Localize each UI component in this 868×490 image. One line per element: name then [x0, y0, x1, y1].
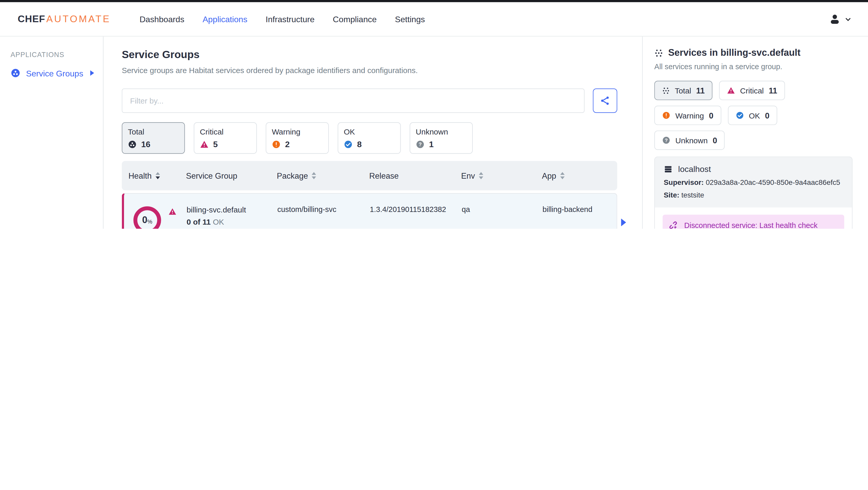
services-grid-icon	[662, 87, 670, 94]
pill-total[interactable]: Total11	[654, 81, 712, 100]
sort-icon[interactable]	[156, 172, 160, 179]
column-header-env[interactable]: Env	[461, 171, 542, 180]
warning-count: 2	[285, 139, 290, 149]
supervisor-id: 029a3a8a-20ac-4590-850e-9a4aac86efc5	[706, 178, 840, 186]
service-groups-table: Health Service Group Package Release Env…	[122, 161, 617, 229]
service-group-cell: billing-svc.default 0 of 11 OK 11	[187, 194, 277, 229]
expand-arrow-icon[interactable]	[90, 70, 94, 76]
site-name: testsite	[681, 191, 704, 199]
column-header-service-group[interactable]: Service Group	[186, 171, 277, 180]
user-menu[interactable]	[829, 13, 851, 25]
total-count: 16	[141, 139, 150, 149]
warning-icon	[662, 111, 671, 120]
filter-input[interactable]	[122, 89, 584, 113]
ok-icon	[344, 140, 352, 149]
unknown-icon: ?	[416, 140, 425, 149]
status-card-ok[interactable]: OK 8	[338, 122, 401, 154]
health-cell: 0%	[129, 194, 187, 229]
svg-text:?: ?	[665, 138, 668, 143]
critical-icon	[168, 207, 177, 216]
svg-text:?: ?	[418, 141, 422, 147]
primary-nav: Dashboards Applications Infrastructure C…	[140, 14, 425, 24]
nav-compliance[interactable]: Compliance	[333, 14, 377, 24]
app-cell: billing-backend	[542, 194, 617, 229]
ok-icon	[736, 111, 744, 120]
selected-row-arrow-icon[interactable]	[621, 219, 626, 226]
unknown-count: 1	[429, 139, 434, 149]
share-button[interactable]	[593, 89, 617, 113]
server-icon	[664, 165, 673, 173]
share-icon	[599, 95, 611, 106]
service-card: localhost Supervisor: 029a3a8a-20ac-4590…	[654, 157, 852, 229]
page-subtitle: Service groups are Habitat services orde…	[122, 66, 617, 75]
user-avatar-icon	[829, 13, 841, 25]
env-cell: qa	[462, 194, 542, 229]
pill-critical[interactable]: Critical11	[719, 81, 785, 100]
nav-settings[interactable]: Settings	[395, 14, 425, 24]
sidebar-item-label: Service Groups	[26, 68, 84, 78]
unknown-icon: ?	[662, 136, 671, 144]
ok-count: 8	[357, 139, 362, 149]
sort-icon[interactable]	[312, 172, 316, 179]
column-header-package[interactable]: Package	[277, 171, 369, 180]
window-top-strip	[0, 0, 868, 2]
sidebar-section-heading: APPLICATIONS	[10, 51, 103, 59]
broken-link-icon	[669, 221, 679, 229]
page-layout: APPLICATIONS Service Groups Service Grou…	[0, 36, 868, 229]
pill-warning[interactable]: Warning0	[654, 106, 721, 125]
supervisor-row: Supervisor: 029a3a8a-20ac-4590-850e-9a4a…	[664, 178, 843, 186]
host-name: localhost	[678, 164, 711, 173]
total-services-icon	[128, 140, 137, 149]
detail-subtitle: All services running in a service group.	[654, 63, 852, 71]
host-row[interactable]: localhost	[664, 164, 843, 173]
service-card-body: Disconnected service: Last health check …	[655, 207, 852, 229]
service-card-header: localhost Supervisor: 029a3a8a-20ac-4590…	[655, 157, 852, 207]
sort-icon[interactable]	[479, 172, 483, 179]
table-header: Health Service Group Package Release Env…	[122, 161, 617, 191]
chef-automate-logo[interactable]: CHEFAUTOMATE	[18, 13, 111, 25]
service-group-name: billing-svc.default	[187, 204, 272, 215]
critical-icon	[200, 140, 209, 149]
disconnected-alert: Disconnected service: Last health check …	[663, 215, 844, 229]
column-header-health[interactable]: Health	[128, 171, 186, 180]
column-header-app[interactable]: App	[542, 171, 617, 180]
nav-dashboards[interactable]: Dashboards	[140, 14, 184, 24]
filter-row	[122, 89, 617, 113]
sort-icon[interactable]	[560, 172, 564, 179]
detail-title: Services in billing-svc.default	[654, 47, 852, 59]
nav-applications[interactable]: Applications	[203, 14, 247, 24]
detail-status-filters: Total11 Critical11 Warning0 OK0 ?Unknown…	[654, 81, 852, 150]
ok-ratio: 0 of 11	[187, 218, 211, 226]
column-header-release[interactable]: Release	[369, 171, 461, 180]
top-navigation: CHEFAUTOMATE Dashboards Applications Inf…	[0, 2, 868, 37]
sidebar: APPLICATIONS Service Groups	[0, 36, 103, 229]
status-filter-cards: Total 16 Critical 5 Warning 2 OK 8 Unkno…	[122, 122, 617, 154]
health-donut: 0%	[133, 206, 161, 229]
nav-infrastructure[interactable]: Infrastructure	[266, 14, 314, 24]
chevron-down-icon	[845, 16, 851, 23]
page-title: Service Groups	[122, 49, 617, 61]
pill-ok[interactable]: OK0	[728, 106, 777, 125]
service-groups-icon	[10, 68, 21, 78]
status-card-total[interactable]: Total 16	[122, 122, 185, 154]
status-card-warning[interactable]: Warning 2	[266, 122, 329, 154]
services-detail-panel: Services in billing-svc.default All serv…	[642, 36, 868, 229]
site-row: Site: testsite	[664, 191, 843, 199]
brand-chef: CHEF	[18, 13, 45, 24]
release-cell: 1.3.4/20190115182382	[370, 194, 462, 229]
status-card-unknown[interactable]: Unknown ?1	[410, 122, 473, 154]
services-grid-icon	[654, 49, 663, 58]
status-card-critical[interactable]: Critical 5	[194, 122, 257, 154]
critical-count: 5	[213, 139, 218, 149]
package-cell: custom/billing-svc	[277, 194, 370, 229]
warning-icon	[272, 140, 281, 149]
main-content: Service Groups Service groups are Habita…	[103, 36, 642, 229]
pill-unknown[interactable]: ?Unknown0	[654, 131, 725, 150]
chef-automate-app: CHEFAUTOMATE Dashboards Applications Inf…	[0, 0, 868, 229]
brand-automate: AUTOMATE	[46, 13, 111, 24]
sidebar-item-service-groups[interactable]: Service Groups	[10, 68, 103, 78]
table-row[interactable]: 0% billing-svc.default 0 of 11 OK 11 cus…	[122, 193, 617, 229]
critical-icon	[727, 86, 735, 95]
